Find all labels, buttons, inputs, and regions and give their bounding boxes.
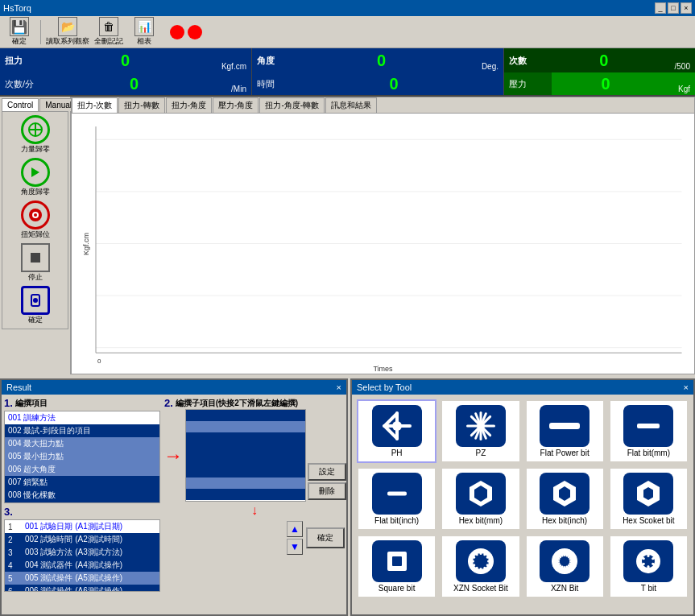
minimize-btn[interactable]: _ [655, 2, 666, 14]
section1-list[interactable]: 001 訓練方法 002 最試-到段目的項目 004 最大扭力點 005 最小扭… [4, 411, 160, 503]
bottom-item[interactable]: 4 004 測試器件 (A4測試操作) [5, 559, 159, 572]
confirm-ctrl-icon[interactable] [21, 286, 50, 315]
list-item[interactable]: 009 搞藝點 [5, 502, 159, 503]
chart-tab-2[interactable]: 扭力-角度 [166, 97, 212, 113]
tool-item-flat-inch[interactable]: Flat bit(inch) [357, 467, 436, 531]
bottom-item[interactable]: 2 002 試驗時間 (A2測試時間) [5, 533, 159, 546]
metrics-row-2: 次數/分 0 /Min 時間 0 壓力 0 Kgf [0, 72, 695, 97]
result-content: 1. 編撰項目 001 訓練方法 002 最試-到段目的項目 004 最大扭力點… [2, 395, 346, 614]
chart-button[interactable]: 📊 相表 [128, 17, 160, 47]
force-zero-label: 力量歸零 [21, 144, 50, 155]
tool-item-xzn[interactable]: XZN Bit [525, 535, 605, 598]
torque-home-btn[interactable]: 扭矩歸位 [6, 201, 64, 240]
list-item[interactable]: 006 超大角度 [5, 463, 159, 476]
hex-socket-label: Hex Scoket bit [623, 516, 674, 525]
force-zero-icon[interactable] [21, 115, 50, 144]
right-item[interactable] [186, 478, 305, 489]
svg-rect-62 [569, 560, 577, 563]
tool-item-ph[interactable]: PH [357, 399, 436, 463]
stop-btn[interactable]: 停止 [6, 243, 64, 283]
flat-mm-icon [623, 405, 673, 447]
right-item[interactable] [186, 410, 305, 421]
tool-item-hex-socket[interactable]: Hex Scoket bit [609, 467, 689, 531]
count-value: 0 [533, 52, 675, 70]
confirm-ctrl-btn[interactable]: 確定 [6, 286, 64, 325]
item-text: 001 試驗日期 (A1測試日期) [25, 521, 156, 532]
torque-home-icon[interactable] [21, 201, 50, 229]
load-button[interactable]: 📂 讀取系列觀察 [46, 17, 89, 47]
svg-point-9 [33, 298, 38, 303]
right-item[interactable] [186, 455, 305, 466]
chart-tab-4[interactable]: 扭力-角度-轉數 [259, 97, 325, 113]
tool-item-pz[interactable]: PZ [441, 399, 520, 463]
arrow-right-btn[interactable]: → [163, 444, 183, 467]
chart-container: 扭力-次數 扭力-轉數 扭力-角度 壓力-角度 扭力-角度-轉數 訊息和結果 K… [71, 97, 695, 374]
tool-item-t-bit[interactable]: T bit [609, 535, 689, 598]
tool-item-hex-mm[interactable]: Hex bit(mm) [441, 467, 520, 531]
bottom-item[interactable]: 3 003 試驗方法 (A3測試方法) [5, 546, 159, 559]
angle-zero-icon[interactable] [21, 158, 50, 187]
list-item[interactable]: 008 慢化棵數 [5, 489, 159, 502]
right-item[interactable] [186, 489, 305, 500]
arrow-section: → [163, 409, 184, 502]
force-zero-btn[interactable]: 力量歸零 [6, 115, 64, 155]
save-button[interactable]: 💾 確定 [3, 17, 35, 47]
xzn-label: XZN Bit [551, 584, 578, 593]
item-text: 004 測試器件 (A4測試操作) [25, 560, 156, 571]
right-item[interactable] [186, 444, 305, 455]
tool-item-flat-mm[interactable]: Flat bit(mm) [609, 399, 689, 463]
bottom-item[interactable]: 6 006 測試操件 (A6測試操作) [5, 585, 159, 592]
item-num: 4 [8, 561, 23, 570]
result-close-btn[interactable]: × [337, 382, 341, 392]
chart-tab-0[interactable]: 扭力-次數 [72, 97, 118, 113]
delete-btn[interactable]: 刪除 [308, 482, 346, 500]
hex-mm-label: Hex bit(mm) [459, 516, 503, 525]
angle-zero-btn[interactable]: 角度歸零 [6, 158, 64, 197]
clear-button[interactable]: 🗑 全刪記記 [93, 17, 125, 47]
torque-unit: Kgf.cm [221, 62, 246, 72]
tool-title-bar: Select by Tool × [352, 380, 693, 395]
tool-grid: PH [352, 395, 693, 603]
svg-rect-58 [564, 548, 566, 556]
down-btn[interactable]: ▼ [287, 539, 303, 555]
title-bar-controls: _ □ × [655, 2, 692, 14]
bottom-item[interactable]: 1 001 試驗日期 (A1測試日期) [5, 520, 159, 533]
tool-item-hex-inch[interactable]: Hex bit(inch) [525, 467, 605, 531]
right-item[interactable] [186, 432, 305, 444]
stop-icon[interactable] [21, 243, 50, 272]
list-item[interactable]: 007 鎖緊點 [5, 476, 159, 489]
tool-item-xzn-socket[interactable]: XZN Socket Bit [441, 535, 520, 598]
pressure-cell: 壓力 0 Kgf [504, 72, 695, 95]
tool-item-flat-power[interactable]: Flat Power bit [525, 399, 605, 463]
up-btn[interactable]: ▲ [287, 521, 303, 537]
arrow-down-btn[interactable]: ↓ [251, 503, 258, 518]
svg-text:Times: Times [373, 365, 393, 373]
bottom-item[interactable]: 5 005 測試操件 (A5測試操作) [5, 572, 159, 585]
maximize-btn[interactable]: □ [668, 2, 679, 14]
list-item[interactable]: 004 最大扭力點 [5, 437, 159, 450]
chart-tab-3[interactable]: 壓力-角度 [213, 97, 259, 113]
tool-close-btn[interactable]: × [684, 382, 689, 392]
chart-tabs: 扭力-次數 扭力-轉數 扭力-角度 壓力-角度 扭力-角度-轉數 訊息和結果 [72, 97, 694, 114]
tool-item-square[interactable]: Square bit [357, 535, 436, 598]
chart-tab-5[interactable]: 訊息和結果 [325, 97, 377, 113]
chart-tab-1[interactable]: 扭力-轉數 [118, 97, 164, 113]
status-indicator-2 [188, 25, 202, 39]
section3-list[interactable]: 1 001 試驗日期 (A1測試日期) 2 002 試驗時間 (A2測試時間) … [4, 519, 160, 592]
chart-y-label: Kgf.cm [82, 232, 90, 254]
confirm-ctrl-label: 確定 [28, 315, 43, 325]
list-item[interactable]: 002 最試-到段目的項目 [5, 424, 159, 437]
svg-point-6 [34, 213, 37, 217]
flat-mm-label: Flat bit(mm) [627, 449, 670, 457]
section2-list[interactable] [185, 409, 306, 502]
list-item[interactable]: 005 最小扭力點 [5, 450, 159, 463]
angle-cell: 角度 0 Deg. [252, 48, 504, 72]
right-item[interactable] [186, 466, 305, 478]
close-btn[interactable]: × [681, 2, 692, 14]
app-title: HsTorq [3, 3, 31, 13]
right-item[interactable] [186, 421, 305, 432]
tab-control[interactable]: Control [2, 98, 39, 111]
setting-btn[interactable]: 設定 [308, 463, 346, 481]
list-item[interactable]: 001 訓練方法 [5, 411, 159, 424]
final-confirm-btn[interactable]: 確定 [306, 527, 345, 548]
